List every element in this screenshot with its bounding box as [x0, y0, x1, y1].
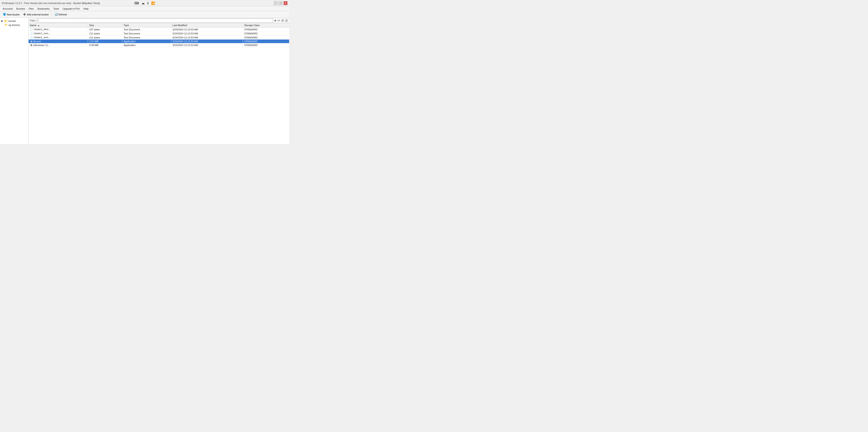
cell-modified: 3/24/2024 12:13:53 AM: [171, 35, 243, 39]
cell-size: 157 bytes: [88, 27, 122, 31]
refresh-icon: 🔄: [55, 13, 58, 16]
settings-icon[interactable]: ☰: [285, 19, 288, 22]
add-external-button[interactable]: ➕ Add external bucket: [22, 12, 50, 17]
table-row[interactable]: 📄cluster1_svm... 211 bytes Text Document…: [29, 31, 289, 35]
new-bucket-icon: 🪣: [3, 13, 6, 16]
star-icon[interactable]: ★: [274, 19, 277, 22]
cell-name: 📄cluster1_svm...: [29, 35, 88, 39]
title-bar: S3 Browser 11.6.7 - Free Version (for no…: [0, 0, 289, 6]
files-table: Name ▲ Size Type Last Modified Storage C…: [29, 23, 289, 47]
maximize-button[interactable]: □: [279, 1, 283, 5]
menu-buckets[interactable]: Buckets: [14, 7, 27, 10]
cell-modified: 3/24/2024 12:13:53 AM: [171, 31, 243, 35]
window-title: S3 Browser 11.6.7 - Free Version (for no…: [2, 2, 100, 4]
path-right-icons: ★ ✏ ⚙ ☰: [274, 19, 288, 22]
path-label: Path:: [30, 19, 36, 22]
sg-dummy-folder-icon: 📁: [4, 24, 8, 26]
new-bucket-button[interactable]: 🪣 New bucket: [1, 12, 21, 17]
cell-type: Application: [122, 43, 171, 47]
left-panel: ▶ 📁 bucket 📁 sg-dummy: [0, 18, 29, 144]
cell-type: Application: [122, 39, 171, 43]
tree-item-bucket[interactable]: ▶ 📁 bucket: [0, 19, 28, 23]
cell-name: 📄cluster1_svm...: [29, 31, 88, 35]
cell-modified: 3/24/2024 12:13:53 AM: [171, 39, 243, 43]
cell-type: Text Document: [122, 27, 171, 31]
col-size[interactable]: Size: [88, 23, 122, 27]
signal-icon[interactable]: 📶: [151, 1, 155, 5]
name-sort-arrow: ▲: [37, 24, 39, 27]
file-table: Name ▲ Size Type Last Modified Storage C…: [29, 23, 289, 144]
file-icon: 🖥: [30, 44, 32, 47]
cell-type: Text Document: [122, 31, 171, 35]
col-storage[interactable]: Storage Class: [243, 23, 289, 27]
table-row[interactable]: 📄cluster1_svm... 211 bytes Text Document…: [29, 35, 289, 39]
action-toolbar: 🪣 New bucket ➕ Add external bucket 🔄 Ref…: [0, 11, 289, 18]
add-external-icon: ➕: [23, 13, 26, 16]
window-controls: ─ □ ✕: [274, 1, 287, 5]
menu-bar: Accounts Buckets Files Bookmarks Tools U…: [0, 6, 289, 11]
menu-tools[interactable]: Tools: [52, 7, 61, 10]
folder-expand-icon: ▶: [1, 20, 3, 22]
menu-upgrade[interactable]: Upgrade to Pro!: [61, 7, 82, 10]
refresh-button[interactable]: 🔄 Refresh: [53, 12, 69, 17]
minimize-button[interactable]: ─: [274, 1, 278, 5]
right-panel: Path: ★ ✏ ⚙ ☰ Name ▲: [29, 18, 289, 144]
menu-help[interactable]: Help: [82, 7, 90, 10]
cell-size: 9.58 MB: [88, 43, 122, 47]
cloud-icon[interactable]: ☁: [142, 1, 145, 5]
cell-storage: STANDARD: [243, 27, 289, 31]
cell-modified: 3/24/2024 12:13:53 AM: [171, 27, 243, 31]
cell-name: 🖥s3browser-11...: [29, 43, 88, 47]
file-icon: 📄: [30, 32, 33, 35]
table-row[interactable]: 📄cluster1_dem... 157 bytes Text Document…: [29, 27, 289, 31]
cell-storage: STANDARD: [243, 39, 289, 43]
bucket-label: bucket: [8, 20, 16, 22]
menu-accounts[interactable]: Accounts: [1, 7, 14, 10]
keyboard-icon[interactable]: ⌨: [134, 1, 139, 5]
edit-icon[interactable]: ✏: [278, 19, 280, 22]
path-input[interactable]: [37, 19, 273, 23]
cell-type: Text Document: [122, 35, 171, 39]
cell-name: 🖥hfs.exe: [29, 39, 88, 43]
file-icon: 🖥: [30, 40, 32, 43]
table-row[interactable]: 🖥s3browser-11... 9.58 MB Application 3/2…: [29, 43, 289, 47]
path-bar: Path: ★ ✏ ⚙ ☰: [29, 18, 289, 23]
col-type[interactable]: Type: [122, 23, 171, 27]
cell-storage: STANDARD: [243, 43, 289, 47]
tree-item-sg-dummy[interactable]: 📁 sg-dummy: [0, 23, 28, 27]
toolbar-separator: [52, 12, 52, 17]
cell-size: 211 bytes: [88, 35, 122, 39]
cell-size: 211 bytes: [88, 31, 122, 35]
info-icon[interactable]: ℹ: [147, 1, 149, 5]
menu-bookmarks[interactable]: Bookmarks: [36, 7, 52, 10]
cell-storage: STANDARD: [243, 35, 289, 39]
file-icon: 📄: [30, 36, 33, 39]
cell-size: 2.07 MB: [88, 39, 122, 43]
cell-name: 📄cluster1_dem...: [29, 27, 88, 31]
close-button[interactable]: ✕: [283, 1, 287, 5]
col-modified[interactable]: Last Modified: [171, 23, 243, 27]
file-icon: 📄: [30, 28, 33, 31]
table-row[interactable]: 🖥hfs.exe 2.07 MB Application 3/24/2024 1…: [29, 39, 289, 43]
cell-modified: 3/24/2024 12:13:53 AM: [171, 43, 243, 47]
cell-storage: STANDARD: [243, 31, 289, 35]
sg-dummy-label: sg-dummy: [8, 24, 20, 26]
bucket-folder-icon: 📁: [4, 19, 8, 23]
menu-files[interactable]: Files: [27, 7, 35, 10]
col-name[interactable]: Name ▲: [29, 23, 88, 27]
filter-icon[interactable]: ⚙: [281, 19, 284, 22]
